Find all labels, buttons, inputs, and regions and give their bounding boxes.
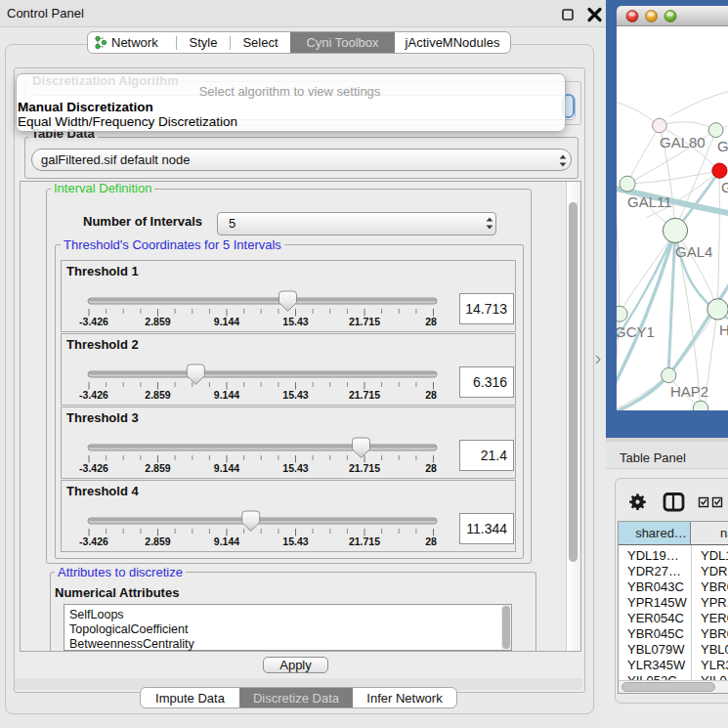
svg-text:28: 28 [425,462,437,474]
svg-text:2.859: 2.859 [145,316,170,327]
svg-text:21.715: 21.715 [349,462,380,474]
svg-text:HAP2: HAP2 [670,383,708,400]
svg-text:GA: GA [717,138,728,154]
svg-text:2.859: 2.859 [145,535,170,547]
svg-text:-3.426: -3.426 [79,535,108,547]
svg-text:28: 28 [425,389,437,401]
svg-text:GAL11: GAL11 [627,193,672,210]
svg-text:15.43: 15.43 [282,462,308,474]
svg-text:28: 28 [425,316,437,327]
svg-text:GAL4: GAL4 [675,243,712,260]
svg-text:21.715: 21.715 [349,535,380,547]
svg-text:2.859: 2.859 [145,462,170,474]
svg-text:-3.426: -3.426 [79,389,108,401]
svg-text:21.715: 21.715 [349,316,380,327]
svg-text:15.43: 15.43 [282,389,308,401]
svg-text:GAL80: GAL80 [660,134,706,150]
svg-text:28: 28 [425,535,437,547]
svg-text:9.144: 9.144 [214,535,239,547]
svg-text:9.144: 9.144 [214,462,239,474]
svg-text:21.715: 21.715 [349,389,380,401]
svg-text:H: H [719,321,728,338]
svg-text:G: G [721,179,728,195]
svg-text:9.144: 9.144 [214,316,239,327]
svg-text:9.144: 9.144 [214,389,239,401]
svg-text:-3.426: -3.426 [79,462,108,474]
svg-text:15.43: 15.43 [282,316,308,327]
svg-text:GCY1: GCY1 [617,323,655,340]
svg-text:-3.426: -3.426 [79,316,108,327]
svg-text:15.43: 15.43 [282,535,308,547]
svg-text:2.859: 2.859 [145,389,170,401]
